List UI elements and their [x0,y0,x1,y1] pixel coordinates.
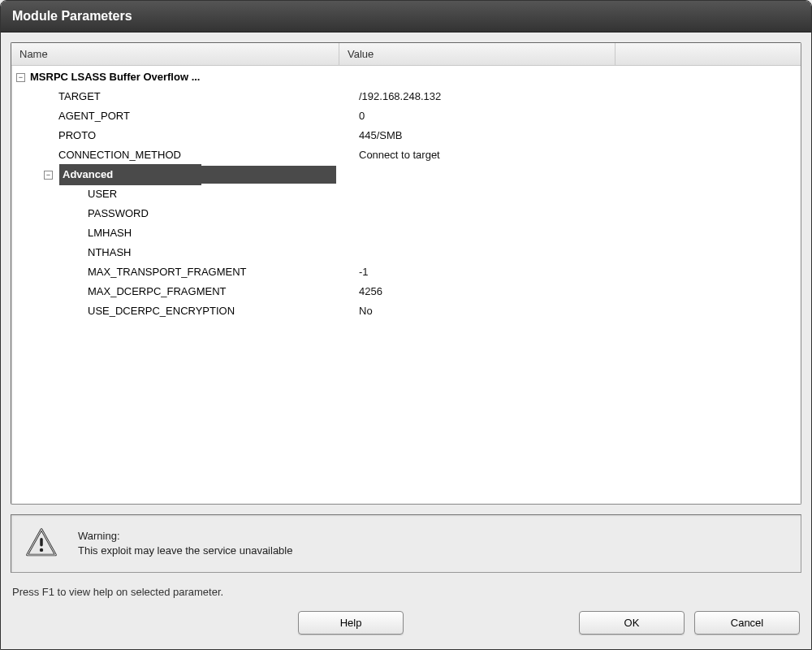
param-name: USER [11,184,339,204]
param-use-dcerpc-encryption[interactable]: USE_DCERPC_ENCRYPTION No [11,301,801,321]
column-header-blank [615,43,801,65]
param-name: NTHASH [11,243,339,262]
param-password[interactable]: PASSWORD [11,204,801,223]
group-advanced-label: Advanced [59,164,201,185]
param-value[interactable]: -1 [339,262,801,282]
dialog-title: Module Parameters [12,9,132,23]
ok-button[interactable]: OK [579,611,685,635]
dialog-content: Name Value − MSRPC LSASS Buffer Overflow… [1,32,811,649]
param-agent-port[interactable]: AGENT_PORT 0 [11,106,801,126]
param-name: PASSWORD [11,204,339,223]
param-nthash[interactable]: NTHASH [11,243,801,262]
warning-message: This exploit may leave the service unava… [78,544,292,558]
column-header-value[interactable]: Value [339,43,615,65]
warning-title: Warning: [78,529,292,544]
param-target[interactable]: TARGET /192.168.248.132 [11,87,801,106]
param-value[interactable]: No [339,301,801,321]
help-hint: Press F1 to view help on selected parame… [11,583,801,601]
warning-icon [24,526,58,561]
param-lmhash[interactable]: LMHASH [11,223,801,243]
warning-text: Warning: This exploit may leave the serv… [78,529,292,558]
module-parameters-dialog: Module Parameters Name Value − MSRPC LSA… [0,0,812,650]
button-row: Help OK Cancel [11,611,801,639]
param-name: LMHASH [11,223,339,243]
cancel-button[interactable]: Cancel [694,611,800,635]
param-name: PROTO [11,126,339,145]
param-name: TARGET [11,87,339,106]
param-name: MAX_DCERPC_FRAGMENT [11,282,339,301]
column-headers: Name Value [11,43,801,66]
svg-point-1 [40,548,43,552]
tree-group-advanced[interactable]: − Advanced [11,165,801,184]
param-name: USE_DCERPC_ENCRYPTION [11,301,339,321]
minus-icon[interactable]: − [16,73,25,82]
column-header-name[interactable]: Name [11,43,339,65]
param-name: MAX_TRANSPORT_FRAGMENT [11,262,339,282]
param-value[interactable]: 445/SMB [339,126,801,145]
param-name: AGENT_PORT [11,106,339,126]
param-max-dcerpc-fragment[interactable]: MAX_DCERPC_FRAGMENT 4256 [11,282,801,301]
param-max-transport-fragment[interactable]: MAX_TRANSPORT_FRAGMENT -1 [11,262,801,282]
param-value[interactable]: 4256 [339,282,801,301]
parameter-tree[interactable]: − MSRPC LSASS Buffer Overflow ... TARGET… [11,66,801,504]
dialog-titlebar[interactable]: Module Parameters [1,1,811,32]
param-value[interactable]: /192.168.248.132 [339,87,801,106]
tree-group-root[interactable]: − MSRPC LSASS Buffer Overflow ... [11,67,801,87]
help-button[interactable]: Help [298,611,404,635]
param-value[interactable]: Connect to target [339,145,801,165]
svg-rect-0 [40,538,43,547]
param-name: CONNECTION_METHOD [11,145,339,165]
warning-panel: Warning: This exploit may leave the serv… [11,514,801,573]
param-value[interactable]: 0 [339,106,801,126]
group-root-label: MSRPC LSASS Buffer Overflow ... [30,67,200,87]
param-connection-method[interactable]: CONNECTION_METHOD Connect to target [11,145,801,165]
minus-icon[interactable]: − [44,171,53,180]
param-proto[interactable]: PROTO 445/SMB [11,126,801,145]
parameters-panel: Name Value − MSRPC LSASS Buffer Overflow… [11,42,801,505]
param-user[interactable]: USER [11,184,801,204]
